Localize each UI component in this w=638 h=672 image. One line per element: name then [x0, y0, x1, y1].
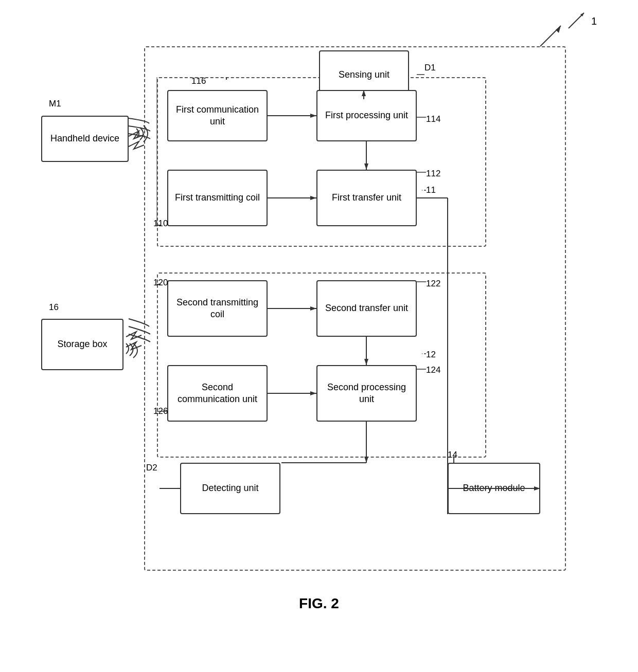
svg-marker-29: [556, 26, 561, 33]
diagram: 1 Sensing unit First communication unit …: [26, 15, 612, 622]
label-116: 116: [191, 76, 206, 86]
storage-box-box: Storage box: [41, 319, 123, 370]
label-110: 110: [153, 219, 168, 229]
main-ref-label: 1: [591, 15, 597, 27]
first-communication-unit-box: First communication unit: [167, 90, 268, 141]
second-transfer-unit-box: Second transfer unit: [316, 280, 417, 337]
label-114: 114: [426, 114, 440, 124]
label-M1: M1: [49, 99, 61, 109]
first-transmitting-coil-box: First transmitting coil: [167, 170, 268, 226]
label-124: 124: [426, 365, 440, 375]
second-transmitting-coil-box: Second transmitting coil: [167, 280, 268, 337]
label-112: 112: [426, 169, 440, 179]
label-14: 14: [448, 450, 457, 460]
first-processing-unit-box: First processing unit: [316, 90, 417, 141]
label-126: 126: [153, 406, 168, 416]
detecting-unit-box: Detecting unit: [180, 463, 280, 514]
second-processing-unit-box: Second processing unit: [316, 365, 417, 422]
label-11: 11: [426, 185, 436, 195]
second-communication-unit-box: Second communication unit: [167, 365, 268, 422]
handheld-device-box: Handheld device: [41, 116, 129, 162]
battery-module-box: Battery module: [448, 463, 540, 514]
label-16: 16: [49, 302, 59, 313]
label-12: 12: [426, 350, 436, 360]
figure-label: FIG. 2: [299, 595, 339, 612]
label-122: 122: [426, 279, 440, 289]
svg-line-28: [540, 26, 561, 46]
label-120: 120: [153, 278, 168, 288]
label-D2: D2: [146, 463, 157, 473]
label-D1: D1: [424, 63, 436, 73]
first-transfer-unit-box: First transfer unit: [316, 170, 417, 226]
